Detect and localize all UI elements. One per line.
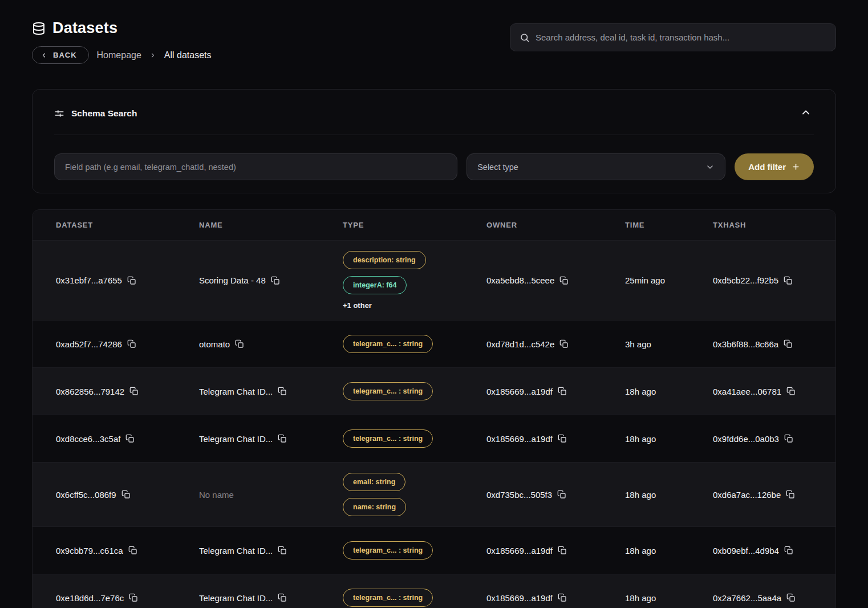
dataset-cell: 0x31ebf7...a7655	[56, 267, 199, 293]
copy-icon[interactable]	[786, 593, 796, 602]
dataset-name: Telegram Chat ID...	[199, 434, 273, 444]
add-filter-label: Add filter	[748, 162, 786, 172]
type-cell: telegram_c... : string	[343, 531, 486, 570]
copy-icon[interactable]	[559, 339, 569, 348]
table-body: 0x31ebf7...a7655 Scoring Data - 48 descr…	[33, 240, 835, 608]
dataset-id: 0x862856...79142	[56, 387, 124, 396]
field-path-input[interactable]	[54, 153, 457, 180]
datasets-table: DATASET NAME TYPE OWNER TIME TXHASH 0x31…	[32, 209, 836, 608]
type-cell: telegram_c... : string	[343, 325, 486, 363]
name-cell: Telegram Chat ID...	[199, 585, 343, 608]
copy-icon[interactable]	[235, 339, 244, 348]
copy-icon[interactable]	[278, 593, 287, 602]
table-row[interactable]: 0x862856...79142 Telegram Chat ID... tel…	[33, 367, 835, 415]
copy-icon[interactable]	[784, 434, 793, 443]
breadcrumb-current: All datasets	[164, 50, 212, 60]
owner-cell: 0x185669...a19df	[486, 379, 625, 404]
table-row[interactable]: 0x9cbb79...c61ca Telegram Chat ID... tel…	[33, 526, 835, 574]
panel-divider	[54, 135, 814, 135]
back-button[interactable]: BACK	[32, 46, 89, 64]
column-header-dataset: DATASET	[56, 221, 199, 229]
type-select[interactable]: Select type	[467, 153, 725, 180]
table-row[interactable]: 0xd8cce6...3c5af Telegram Chat ID... tel…	[33, 415, 835, 462]
table-header: DATASET NAME TYPE OWNER TIME TXHASH	[33, 210, 835, 240]
dataset-id: 0x6cff5c...086f9	[56, 490, 116, 500]
copy-icon[interactable]	[278, 434, 287, 443]
type-select-value: Select type	[477, 163, 518, 172]
copy-icon[interactable]	[128, 546, 137, 555]
copy-icon[interactable]	[278, 546, 287, 555]
copy-icon[interactable]	[121, 490, 131, 499]
name-cell: Telegram Chat ID...	[199, 379, 343, 404]
search-input[interactable]	[536, 33, 826, 42]
copy-icon[interactable]	[557, 490, 566, 499]
dataset-name: No name	[199, 490, 234, 500]
dataset-id: 0x9cbb79...c61ca	[56, 546, 123, 556]
copy-icon[interactable]	[786, 490, 795, 499]
add-filter-button[interactable]: Add filter	[735, 153, 814, 180]
dataset-cell: 0x862856...79142	[56, 379, 199, 404]
type-badge: telegram_c... : string	[343, 589, 433, 607]
table-row[interactable]: 0x6cff5c...086f9 No name email: stringna…	[33, 462, 835, 526]
copy-icon[interactable]	[784, 276, 793, 285]
copy-icon[interactable]	[784, 339, 793, 348]
time-value: 18h ago	[625, 593, 656, 603]
dataset-name: otomato	[199, 339, 230, 349]
chevron-left-icon	[40, 52, 47, 59]
txhash-cell: 0xd6a7ac...126be	[713, 482, 835, 508]
dataset-name: Telegram Chat ID...	[199, 593, 273, 603]
txhash-cell: 0x9fdd6e...0a0b3	[713, 426, 835, 452]
copy-icon[interactable]	[784, 546, 793, 555]
type-badge: telegram_c... : string	[343, 382, 433, 400]
dataset-id: 0xd8cce6...3c5af	[56, 434, 120, 444]
txhash-cell: 0xa41aee...06781	[713, 379, 835, 404]
type-cell: telegram_c... : string	[343, 419, 486, 458]
copy-icon[interactable]	[129, 593, 138, 602]
collapse-panel-button[interactable]	[798, 104, 814, 122]
breadcrumb-home[interactable]: Homepage	[97, 50, 141, 60]
name-cell: Telegram Chat ID...	[199, 538, 343, 564]
copy-icon[interactable]	[559, 276, 569, 285]
name-cell: No name	[199, 482, 343, 508]
back-label: BACK	[53, 51, 77, 59]
copy-icon[interactable]	[129, 387, 139, 396]
txhash-value: 0x3b6f88...8c66a	[713, 339, 778, 349]
type-cell: telegram_c... : string	[343, 372, 486, 411]
table-row[interactable]: 0x31ebf7...a7655 Scoring Data - 48 descr…	[33, 240, 835, 320]
copy-icon[interactable]	[558, 546, 567, 555]
owner-cell: 0x185669...a19df	[486, 426, 625, 452]
time-cell: 3h ago	[625, 331, 713, 357]
copy-icon[interactable]	[127, 339, 136, 348]
dataset-cell: 0xd8cce6...3c5af	[56, 426, 199, 452]
more-types-label: +1 other	[343, 301, 372, 310]
copy-icon[interactable]	[278, 387, 287, 396]
copy-icon[interactable]	[558, 434, 567, 443]
datasets-page: Datasets BACK Homepage All datasets	[0, 0, 868, 608]
copy-icon[interactable]	[786, 387, 796, 396]
copy-icon[interactable]	[127, 276, 136, 285]
time-value: 18h ago	[625, 387, 656, 396]
type-badge: description: string	[343, 251, 426, 269]
time-cell: 18h ago	[625, 426, 713, 452]
txhash-value: 0xa41aee...06781	[713, 387, 781, 396]
copy-icon[interactable]	[271, 276, 280, 285]
database-icon	[32, 22, 46, 35]
copy-icon[interactable]	[558, 387, 567, 396]
owner-cell: 0xd735bc...505f3	[486, 482, 625, 508]
copy-icon[interactable]	[558, 593, 567, 602]
type-badge: email: string	[343, 473, 405, 491]
time-value: 25min ago	[625, 275, 665, 285]
global-search[interactable]	[510, 23, 836, 51]
table-row[interactable]: 0xad52f7...74286 otomato telegram_c... :…	[33, 320, 835, 367]
copy-icon[interactable]	[125, 434, 135, 443]
owner-address: 0x185669...a19df	[486, 387, 553, 396]
table-row[interactable]: 0xe18d6d...7e76c Telegram Chat ID... tel…	[33, 574, 835, 608]
dataset-name: Telegram Chat ID...	[199, 387, 273, 396]
time-cell: 25min ago	[625, 267, 713, 293]
type-badge: telegram_c... : string	[343, 541, 433, 560]
txhash-cell: 0x2a7662...5aa4a	[713, 585, 835, 608]
column-header-name: NAME	[199, 221, 343, 229]
column-header-time: TIME	[625, 221, 713, 229]
owner-cell: 0x185669...a19df	[486, 538, 625, 564]
name-cell: Scoring Data - 48	[199, 267, 343, 293]
